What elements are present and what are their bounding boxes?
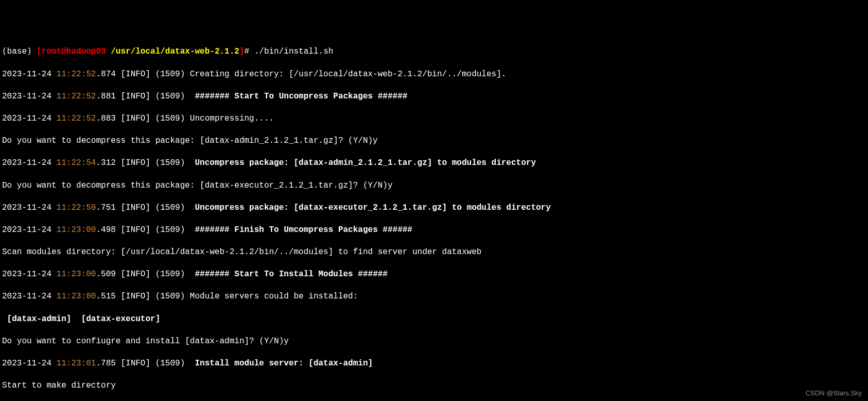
- log-line: 2023-11-24 11:23:00.509 [INFO] (1509) ##…: [2, 269, 866, 280]
- hash: #: [245, 47, 254, 56]
- log-line: 2023-11-24 11:22:54.312 [INFO] (1509) Un…: [2, 158, 866, 169]
- module-list: [datax-admin] [datax-executor]: [2, 314, 866, 325]
- cwd: /usr/local/datax-web-2.1.2: [111, 47, 239, 56]
- prompt-question: Do you want to decompress this package: …: [2, 180, 866, 192]
- log-line: 2023-11-24 11:22:52.874 [INFO] (1509) Cr…: [2, 69, 866, 80]
- log-line: 2023-11-24 11:23:00.498 [INFO] (1509) ##…: [2, 225, 866, 236]
- log-line: Scan modules directory: [/usr/local/data…: [2, 247, 866, 258]
- prompt-question: Do you want to confiugre and install [da…: [2, 336, 866, 347]
- log-line: 2023-11-24 11:23:01.785 [INFO] (1509) In…: [2, 358, 866, 370]
- log-line: 2023-11-24 11:22:59.751 [INFO] (1509) Un…: [2, 203, 866, 214]
- user-host: [root@hadoop03: [37, 47, 111, 56]
- log-line: 2023-11-24 11:23:00.515 [INFO] (1509) Mo…: [2, 291, 866, 303]
- command[interactable]: ./bin/install.sh: [254, 47, 334, 56]
- prompt-question: Do you want to decompress this package: …: [2, 136, 866, 147]
- log-line: 2023-11-24 11:22:52.881 [INFO] (1509) ##…: [2, 91, 866, 103]
- watermark: CSDN @Stars.Sky: [806, 389, 862, 398]
- bracket: ]: [239, 47, 245, 56]
- prompt-line-1: (base) [root@hadoop03 /usr/local/datax-w…: [2, 46, 866, 58]
- log-line: 2023-11-24 11:22:52.883 [INFO] (1509) Un…: [2, 113, 866, 125]
- log-line: Start to make directory: [2, 380, 866, 392]
- env-prefix: (base): [2, 47, 32, 56]
